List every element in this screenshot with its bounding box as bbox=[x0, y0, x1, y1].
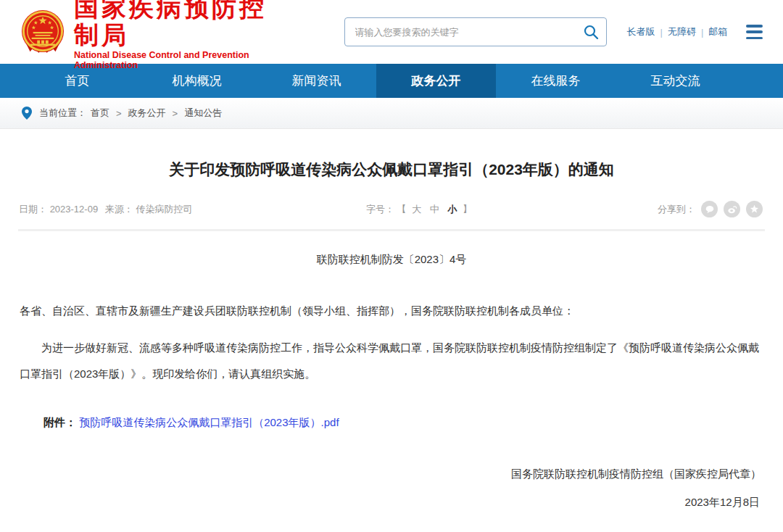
date-value: 2023-12-09 bbox=[50, 204, 99, 215]
nav-item-gov-disclosure[interactable]: 政务公开 bbox=[376, 64, 496, 98]
breadcrumb: 当前位置： 首页 > 政务公开 > 通知公告 bbox=[0, 98, 783, 129]
national-emblem-logo bbox=[20, 9, 65, 54]
source-value: 传染病防控司 bbox=[136, 204, 192, 215]
breadcrumb-notices[interactable]: 通知公告 bbox=[184, 107, 222, 120]
article-meta-row: 日期： 2023-12-09 来源： 传染病防控司 字号： 【 大 中 小 】 … bbox=[0, 203, 783, 219]
share-bar: 分享到： bbox=[658, 201, 763, 217]
attachment-row: 附件： 预防呼吸道传染病公众佩戴口罩指引（2023年版）.pdf bbox=[0, 416, 783, 430]
bracket-open: 【 bbox=[397, 204, 407, 215]
font-size-small[interactable]: 小 bbox=[447, 204, 457, 215]
salutation-paragraph: 各省、自治区、直辖市及新疆生产建设兵团联防联控机制（领导小组、指挥部），国务院联… bbox=[0, 299, 783, 323]
page-title: 关于印发预防呼吸道传染病公众佩戴口罩指引（2023年版）的通知 bbox=[0, 159, 783, 180]
font-size-medium[interactable]: 中 bbox=[430, 204, 439, 215]
site-brand: 国家疾病预防控制局 National Disease Control and P… bbox=[20, 0, 283, 70]
attachment-pdf-link[interactable]: 预防呼吸道传染病公众佩戴口罩指引（2023年版）.pdf bbox=[79, 416, 339, 428]
font-size-label: 字号： bbox=[366, 204, 394, 215]
breadcrumb-separator: > bbox=[116, 108, 122, 119]
nav-item-home[interactable]: 首页 bbox=[17, 64, 137, 98]
share-label: 分享到： bbox=[658, 203, 695, 216]
weibo-icon bbox=[727, 204, 737, 215]
star-icon bbox=[750, 204, 759, 214]
site-title: 国家疾病预防控制局 bbox=[74, 0, 283, 49]
location-pin-icon bbox=[22, 107, 32, 120]
mailbox-link[interactable]: 邮箱 bbox=[708, 25, 727, 38]
accessibility-link[interactable]: 无障碍 bbox=[668, 25, 696, 38]
body-paragraph: 为进一步做好新冠、流感等多种呼吸道传染病防控工作，指导公众科学佩戴口罩，国务院联… bbox=[0, 335, 783, 387]
date-label: 日期： bbox=[19, 204, 47, 215]
document-number: 联防联控机制防发〔2023〕4号 bbox=[0, 253, 783, 267]
breadcrumb-gov-disclosure[interactable]: 政务公开 bbox=[128, 107, 166, 120]
quick-link-separator: | bbox=[701, 27, 703, 38]
site-header: 国家疾病预防控制局 National Disease Control and P… bbox=[0, 0, 783, 64]
share-favorite-button[interactable] bbox=[746, 201, 763, 217]
nav-item-interaction[interactable]: 互动交流 bbox=[616, 64, 735, 98]
bracket-close: 】 bbox=[463, 204, 472, 215]
breadcrumb-home[interactable]: 首页 bbox=[91, 107, 109, 120]
search-icon bbox=[582, 23, 600, 41]
search-bar bbox=[344, 17, 607, 46]
breadcrumb-separator: > bbox=[173, 108, 178, 119]
signature-date: 2023年12月8日 bbox=[0, 496, 783, 510]
article-date-source: 日期： 2023-12-09 来源： 传染病防控司 bbox=[19, 203, 196, 216]
nav-item-online-services[interactable]: 在线服务 bbox=[496, 64, 616, 98]
header-quick-links: 长者版 | 无障碍 | 邮箱 bbox=[627, 25, 728, 38]
meta-divider bbox=[18, 229, 765, 231]
article-content: 关于印发预防呼吸道传染病公众佩戴口罩指引（2023年版）的通知 日期： 2023… bbox=[0, 129, 783, 532]
menu-hamburger-icon[interactable] bbox=[746, 25, 763, 39]
attachment-label: 附件： bbox=[44, 416, 76, 428]
nav-item-news[interactable]: 新闻资讯 bbox=[257, 64, 376, 98]
main-nav: 首页 机构概况 新闻资讯 政务公开 在线服务 互动交流 bbox=[0, 64, 783, 98]
source-label: 来源： bbox=[105, 204, 133, 215]
nav-item-overview[interactable]: 机构概况 bbox=[137, 64, 257, 98]
search-input[interactable] bbox=[344, 17, 607, 46]
breadcrumb-prefix: 当前位置： bbox=[39, 107, 86, 120]
share-wechat-button[interactable] bbox=[701, 201, 718, 217]
font-size-control: 字号： 【 大 中 小 】 bbox=[366, 203, 472, 216]
font-size-large[interactable]: 大 bbox=[412, 204, 421, 215]
share-weibo-button[interactable] bbox=[724, 201, 740, 217]
search-button[interactable] bbox=[581, 22, 601, 43]
wechat-icon bbox=[705, 204, 715, 215]
signature-line: 国务院联防联控机制疫情防控组（国家疾控局代章） bbox=[0, 467, 783, 481]
elder-version-link[interactable]: 长者版 bbox=[627, 25, 655, 38]
quick-link-separator: | bbox=[660, 27, 663, 38]
